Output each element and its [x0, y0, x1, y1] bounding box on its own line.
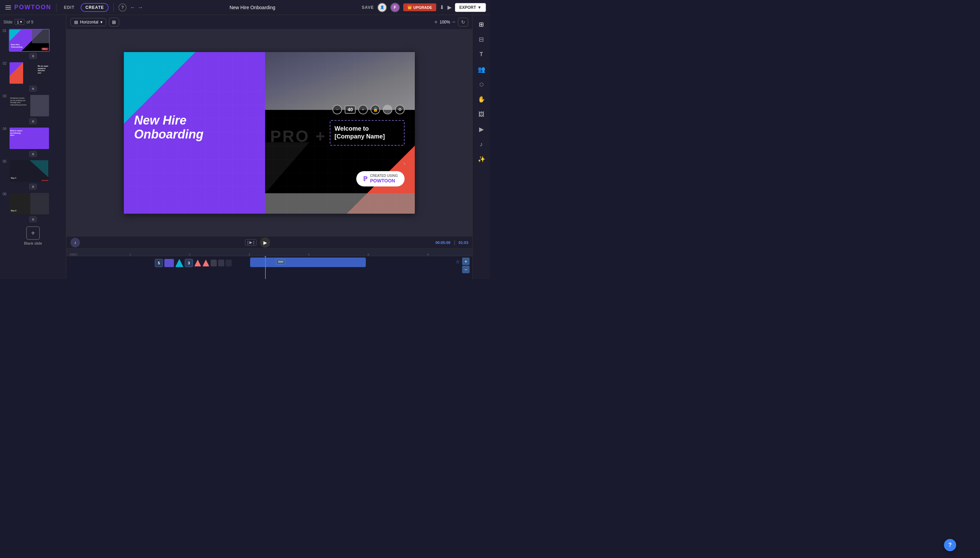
slide-thumb-4[interactable]: What to expectthe followingdays: [9, 127, 50, 150]
zoom-value: 100% [440, 20, 450, 25]
ruler-6: 6 [427, 253, 429, 256]
slide-num-01: 01 [3, 29, 8, 33]
slide-4-add-button[interactable]: ⊕ [29, 151, 37, 157]
slide-thumb-3[interactable]: [employee name],we are leading youthroug… [9, 94, 50, 117]
slide-canvas[interactable]: New Hire Onboarding PRO + − 40 + 🔒 ⚙ Wel… [124, 52, 415, 214]
slide-thumb-6[interactable]: Day 2 [9, 192, 50, 215]
track-shape-purple [164, 259, 174, 267]
zoom-out-button[interactable]: − [452, 19, 455, 25]
edit-button[interactable]: EDIT [61, 4, 77, 11]
slide-main-text-line1: New Hire [134, 113, 204, 127]
grid-icon: ⊞ [112, 20, 116, 25]
undo-redo-group: ← → [130, 5, 143, 11]
timeline-ruler: 0SEC 1 2 3 4 5 6 [66, 249, 472, 256]
redo-button[interactable]: → [138, 5, 143, 11]
bracket-button[interactable]: [ ▶ ] [245, 239, 256, 246]
music-panel-icon: ♪ [480, 141, 483, 148]
slide-2-add-button[interactable]: ⊕ [29, 86, 37, 92]
panel-music-button[interactable]: ♪ [475, 138, 488, 151]
ctrl-gear-btn[interactable]: ⚙ [395, 105, 405, 114]
ctrl-circle-btn[interactable] [383, 105, 392, 114]
slide-1-add-button[interactable]: ⊕ [29, 53, 37, 59]
slide-item-5[interactable]: 05 Day 1 [0, 158, 66, 183]
slide-main-text[interactable]: New Hire Onboarding [134, 113, 204, 141]
download-button[interactable]: ⬇ [440, 4, 444, 11]
slide-num-02: 02 [3, 62, 8, 65]
fit-screen-button[interactable]: ↻ [458, 18, 468, 26]
slide-item-6[interactable]: 06 Day 2 [0, 191, 66, 216]
timeline-star-icon[interactable]: ☆ [456, 259, 460, 264]
slide-item-4[interactable]: 04 What to expectthe followingdays: [0, 126, 66, 150]
panel-characters-button[interactable]: 👥 [475, 62, 488, 76]
slide-6-add-button[interactable]: ⊕ [29, 217, 37, 222]
account-avatar[interactable]: 👤 [378, 3, 387, 12]
grid-panel-icon: ⊟ [479, 36, 484, 43]
layout-selector[interactable]: ▤ Horizontal ▾ [71, 18, 106, 26]
hamburger-menu[interactable] [4, 4, 12, 11]
slide-welcome-textbox[interactable]: Welcome to [Company Name] [330, 120, 405, 146]
track-shape-cyan [175, 259, 184, 267]
slide-element-controls[interactable]: − 40 + 🔒 ⚙ [332, 105, 405, 114]
blank-slide-icon: + [26, 226, 40, 240]
slide-item-3[interactable]: 03 [employee name],we are leading youthr… [0, 93, 66, 118]
play-preview-button[interactable]: ▶ [448, 4, 451, 11]
logo-area: POWTOON [4, 4, 51, 11]
slide-item-1[interactable]: 01 New HireOnboarding PRO+ [0, 28, 66, 53]
user-avatar[interactable]: F [390, 3, 400, 12]
slide-thumb-5[interactable]: Day 1 [9, 159, 50, 182]
ruler-5: 5 [368, 253, 369, 256]
track-shape-lock3 [226, 259, 232, 266]
track-shape-red1 [194, 259, 201, 266]
panel-effects-button[interactable]: ✨ [475, 153, 488, 166]
grid-view-button[interactable]: ⊞ [109, 18, 119, 26]
slide-3-add-button[interactable]: ⊕ [29, 118, 37, 124]
panel-layout-button[interactable]: ⊞ [475, 18, 488, 31]
play-button[interactable]: ▶ [260, 238, 270, 248]
resize-handle[interactable]: ↘ [402, 161, 407, 166]
text-panel-icon: T [480, 51, 483, 57]
music-button[interactable]: ♪ [71, 238, 80, 247]
total-time: 01:03 [459, 241, 468, 245]
slide-item-2[interactable]: 02 We are superexcited towelcomeyou! [0, 60, 66, 85]
undo-button[interactable]: ← [130, 5, 135, 11]
slide-number-box[interactable]: 1 ▾ [15, 19, 25, 25]
timeline-playhead [265, 256, 266, 279]
timeline-zoom-out[interactable]: − [462, 266, 469, 273]
panel-props-button[interactable]: ✋ [475, 92, 488, 106]
slide-5-add-button[interactable]: ⊕ [29, 184, 37, 190]
timeline-track-area[interactable]: 5 3 [155, 256, 472, 279]
powtoon-badge: ℙ CREATED USING POWTOON [356, 171, 405, 187]
blank-slide-button[interactable]: + Blank slide [0, 223, 66, 248]
panel-video-button[interactable]: ▶ [475, 123, 488, 136]
track-progress-bar[interactable] [250, 258, 366, 267]
zoom-in-button[interactable]: + [435, 19, 438, 25]
panel-grid-button[interactable]: ⊟ [475, 33, 488, 46]
ctrl-minus-btn[interactable]: − [332, 105, 342, 114]
panel-media-button[interactable]: 🖼 [475, 108, 488, 121]
props-panel-icon: ✋ [478, 95, 485, 103]
export-button[interactable]: EXPORT ▼ [455, 3, 486, 12]
save-button[interactable]: SAVE [362, 5, 374, 10]
ctrl-plus-btn[interactable]: + [358, 105, 368, 114]
ctrl-lock-btn[interactable]: 🔒 [371, 105, 380, 114]
ctrl-number: 40 [345, 105, 356, 114]
timeline-zoom-in[interactable]: + [462, 258, 469, 265]
help-button[interactable]: ? [118, 3, 126, 11]
slide-of-total: of 9 [26, 20, 33, 25]
ruler-4: 4 [308, 253, 310, 256]
slide-welcome-text: Welcome to [Company Name] [335, 125, 385, 140]
upgrade-button[interactable]: 👑 UPGRADE [403, 3, 436, 11]
panel-text-button[interactable]: T [475, 48, 488, 61]
panel-shapes-button[interactable]: ⬡ [475, 77, 488, 91]
presentation-title: New Hire Onboarding [146, 5, 358, 10]
timeline-zoom-buttons: + − [462, 258, 469, 273]
canvas-area[interactable]: New Hire Onboarding PRO + − 40 + 🔒 ⚙ Wel… [66, 30, 472, 236]
create-button[interactable]: CREATE [80, 3, 108, 12]
characters-panel-icon: 👥 [478, 66, 485, 73]
upgrade-icon: 👑 [407, 5, 412, 10]
slide-label: Slide [3, 20, 13, 25]
slide-thumb-1[interactable]: New HireOnboarding PRO+ [9, 29, 50, 52]
slide-thumb-2[interactable]: We are superexcited towelcomeyou! [9, 62, 50, 84]
logo-text: POWTOON [14, 4, 51, 11]
center-area: ▤ Horizontal ▾ ⊞ + 100% − ↻ [66, 15, 472, 279]
